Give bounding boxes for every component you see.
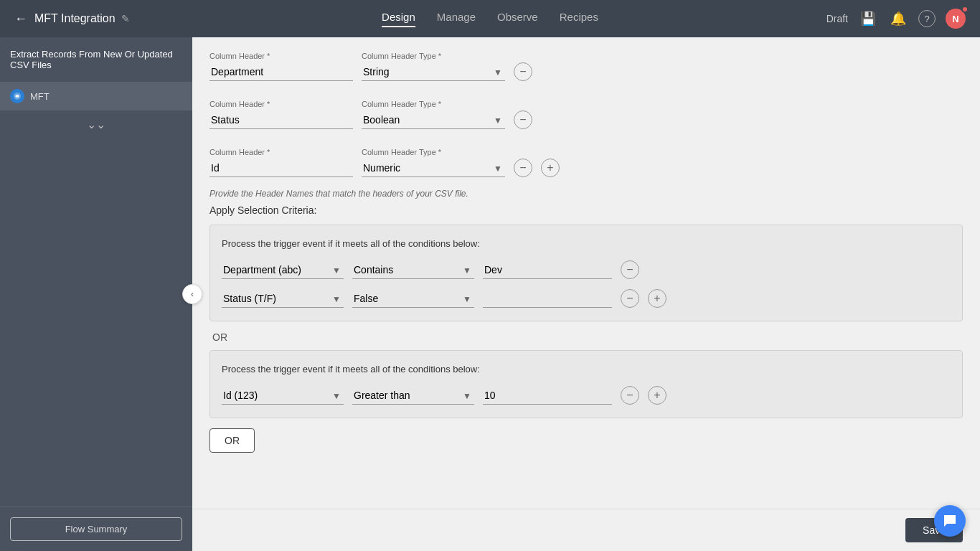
layout: Extract Records From New Or Updated CSV … bbox=[0, 37, 980, 551]
column-type-label-0: Column Header Type * bbox=[362, 52, 505, 60]
sidebar-chevron[interactable]: ⌄⌄ bbox=[0, 110, 192, 138]
apply-criteria-label: Apply Selection Criteria: bbox=[209, 204, 963, 216]
column-type-select-1[interactable]: String Boolean Numeric bbox=[362, 111, 505, 129]
condition-row-0-0: Department (abc) Status (T/F) Id (123) ▼… bbox=[222, 260, 951, 279]
condition-group-1: Process the trigger event if it meets al… bbox=[209, 350, 963, 418]
notification-badge bbox=[961, 6, 969, 13]
hint-text: Provide the Header Names that match the … bbox=[209, 189, 963, 199]
tab-design[interactable]: Design bbox=[382, 11, 415, 27]
mft-icon bbox=[10, 89, 24, 103]
edit-icon[interactable]: ✎ bbox=[121, 13, 130, 24]
column-type-field-1: Column Header Type * String Boolean Nume… bbox=[362, 100, 505, 129]
cond-operator-select-1-0[interactable]: Contains Does not contain Equals Greater… bbox=[352, 387, 474, 405]
remove-row-1-button[interactable]: − bbox=[514, 110, 532, 129]
remove-condition-0-0-button[interactable]: − bbox=[621, 260, 639, 279]
column-header-input-0[interactable] bbox=[209, 63, 353, 81]
add-condition-0-button[interactable]: + bbox=[648, 289, 666, 308]
column-type-select-wrap-2: String Boolean Numeric ▼ bbox=[362, 159, 505, 177]
condition-row-1-0: Department (abc) Status (T/F) Id (123) ▼… bbox=[222, 386, 951, 405]
cond-value-input-0-1[interactable] bbox=[483, 290, 612, 308]
save-icon[interactable]: 💾 bbox=[858, 9, 878, 29]
sidebar: Extract Records From New Or Updated CSV … bbox=[0, 37, 192, 551]
nav-tabs: Design Manage Observe Recipes bbox=[382, 11, 598, 27]
remove-row-0-button[interactable]: − bbox=[514, 62, 532, 81]
flow-summary-button[interactable]: Flow Summary bbox=[10, 517, 182, 541]
nav-title: MFT Integration bbox=[34, 12, 116, 25]
column-header-field-1: Column Header * bbox=[209, 100, 353, 129]
column-header-input-2[interactable] bbox=[209, 159, 353, 177]
cond-operator-wrap-1-0: Contains Does not contain Equals Greater… bbox=[352, 387, 474, 405]
cond-column-select-0-0[interactable]: Department (abc) Status (T/F) Id (123) bbox=[222, 261, 344, 279]
cond-operator-select-0-0[interactable]: Contains Does not contain Equals Greater… bbox=[352, 261, 474, 279]
column-type-select-wrap-1: String Boolean Numeric ▼ bbox=[362, 111, 505, 129]
cond-value-input-0-0[interactable] bbox=[483, 261, 612, 279]
bottom-bar: Save bbox=[192, 509, 980, 551]
column-type-field-2: Column Header Type * String Boolean Nume… bbox=[362, 148, 505, 177]
cond-column-wrap-1-0: Department (abc) Status (T/F) Id (123) ▼ bbox=[222, 387, 344, 405]
draft-label: Draft bbox=[826, 13, 848, 24]
remove-row-2-button[interactable]: − bbox=[514, 159, 532, 177]
or-separator: OR bbox=[209, 331, 963, 343]
bell-icon[interactable]: 🔔 bbox=[888, 9, 908, 29]
column-header-field-2: Column Header * bbox=[209, 148, 353, 177]
header-row-0: Column Header * Column Header Type * Str… bbox=[209, 44, 963, 81]
sidebar-collapse-button[interactable]: ‹ bbox=[182, 284, 202, 304]
cond-column-select-0-1[interactable]: Department (abc) Status (T/F) Id (123) bbox=[222, 290, 344, 308]
top-nav: ← MFT Integration ✎ Design Manage Observ… bbox=[0, 0, 980, 37]
remove-condition-0-1-button[interactable]: − bbox=[621, 289, 639, 308]
condition-group-0: Process the trigger event if it meets al… bbox=[209, 225, 963, 321]
sidebar-content: Extract Records From New Or Updated CSV … bbox=[0, 37, 192, 507]
remove-condition-1-0-button[interactable]: − bbox=[621, 386, 639, 405]
add-row-button[interactable]: + bbox=[541, 159, 560, 177]
column-type-label-1: Column Header Type * bbox=[362, 100, 505, 108]
chat-bubble-button[interactable] bbox=[934, 505, 966, 537]
help-icon[interactable]: ? bbox=[918, 10, 936, 27]
content-inner: Column Header * Column Header Type * Str… bbox=[192, 37, 980, 510]
column-header-field-0: Column Header * bbox=[209, 52, 353, 81]
column-type-select-wrap-0: String Boolean Numeric ▼ bbox=[362, 63, 505, 81]
column-type-select-0[interactable]: String Boolean Numeric bbox=[362, 63, 505, 81]
header-row-1: Column Header * Column Header Type * Str… bbox=[209, 93, 963, 129]
cond-operator-select-0-1[interactable]: True False bbox=[352, 290, 474, 308]
column-header-label-2: Column Header * bbox=[209, 148, 353, 156]
avatar[interactable]: N bbox=[946, 9, 966, 29]
column-type-field-0: Column Header Type * String Boolean Nume… bbox=[362, 52, 505, 81]
tab-observe[interactable]: Observe bbox=[497, 11, 538, 27]
column-type-label-2: Column Header Type * bbox=[362, 148, 505, 156]
condition-title-0: Process the trigger event if it meets al… bbox=[222, 238, 951, 249]
condition-title-1: Process the trigger event if it meets al… bbox=[222, 364, 951, 375]
cond-column-select-1-0[interactable]: Department (abc) Status (T/F) Id (123) bbox=[222, 387, 344, 405]
add-condition-1-button[interactable]: + bbox=[648, 386, 666, 405]
cond-column-wrap-0-0: Department (abc) Status (T/F) Id (123) ▼ bbox=[222, 261, 344, 279]
tab-recipes[interactable]: Recipes bbox=[560, 11, 598, 27]
column-type-select-2[interactable]: String Boolean Numeric bbox=[362, 159, 505, 177]
column-header-label-0: Column Header * bbox=[209, 52, 353, 60]
column-header-label-1: Column Header * bbox=[209, 100, 353, 108]
sidebar-sub-label: MFT bbox=[30, 91, 50, 102]
cond-operator-wrap-0-1: True False ▼ bbox=[352, 290, 474, 308]
tab-manage[interactable]: Manage bbox=[437, 11, 476, 27]
sidebar-main-item[interactable]: Extract Records From New Or Updated CSV … bbox=[0, 37, 192, 82]
condition-row-0-1: Department (abc) Status (T/F) Id (123) ▼… bbox=[222, 289, 951, 308]
back-button[interactable]: ← bbox=[14, 11, 27, 27]
or-button[interactable]: OR bbox=[209, 428, 255, 453]
main-content: Column Header * Column Header Type * Str… bbox=[192, 37, 980, 551]
header-row-2: Column Header * Column Header Type * Str… bbox=[209, 141, 963, 177]
cond-operator-wrap-0-0: Contains Does not contain Equals Greater… bbox=[352, 261, 474, 279]
cond-column-wrap-0-1: Department (abc) Status (T/F) Id (123) ▼ bbox=[222, 290, 344, 308]
cond-value-input-1-0[interactable] bbox=[483, 387, 612, 405]
column-header-input-1[interactable] bbox=[209, 111, 353, 129]
bottom-actions: OR bbox=[209, 428, 963, 453]
sidebar-bottom: Flow Summary bbox=[0, 507, 192, 551]
sidebar-sub-item-mft[interactable]: MFT bbox=[0, 82, 192, 110]
nav-right: Draft 💾 🔔 ? N bbox=[826, 9, 966, 29]
